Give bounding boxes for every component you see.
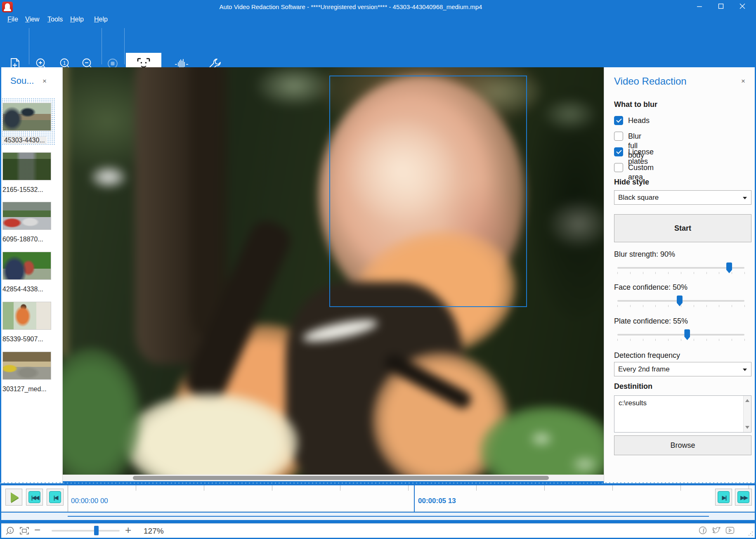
face-confidence-label: Face confidence: 50% (614, 283, 687, 292)
zoom-slider-thumb[interactable] (94, 526, 99, 535)
panel-title: Video Redaction (614, 76, 687, 87)
source-thumbnail[interactable] (2, 103, 51, 131)
clip-duration-line (68, 516, 709, 517)
zoom-percentage: 127% (144, 527, 164, 536)
panel-close-icon[interactable]: × (741, 77, 745, 85)
minimize-icon (697, 3, 702, 9)
timeline-ruler[interactable]: |◀◀ |◀ 00:00:00 00 00:00:05 13 ▶| ▶▶ (1, 485, 755, 512)
toolbar-separator (29, 28, 29, 64)
textbox-scrollbar[interactable] (743, 396, 751, 432)
source-label[interactable]: 2165-15532... (2, 186, 52, 194)
minimize-button[interactable] (692, 2, 706, 12)
timeline-start-time: 00:00:00 00 (71, 497, 108, 505)
zoom-in-control[interactable]: + (125, 524, 131, 537)
menu-tools[interactable]: Tools (47, 16, 63, 23)
destination-textbox[interactable]: c:\results (614, 395, 751, 433)
source-thumbnail[interactable] (2, 302, 51, 330)
license-plates-checkbox[interactable] (614, 147, 623, 156)
blur-strength-label: Blur strength: 90% (614, 250, 675, 259)
blur-full-body-checkbox[interactable] (614, 132, 623, 141)
maximize-button[interactable] (714, 2, 728, 12)
source-label[interactable]: 85339-5907... (2, 336, 52, 343)
detection-frequency-dropdown[interactable]: Every 2nd frame (614, 362, 751, 376)
prev-frame-icon: |◀ (49, 491, 61, 503)
skip-to-start-button[interactable]: |◀◀ (26, 489, 43, 506)
next-frame-icon: ▶| (718, 491, 730, 503)
menu-view[interactable]: View (25, 16, 39, 23)
browse-button[interactable]: Browse (614, 435, 751, 455)
title-bar: Auto Video Redaction Software - ****Unre… (0, 0, 756, 15)
app-window: Auto Video Redaction Software - ****Unre… (0, 0, 756, 539)
timeline-dotted-divider (0, 482, 756, 484)
source-thumbnail[interactable] (2, 252, 51, 280)
skip-start-icon: |◀◀ (28, 491, 40, 503)
maximize-icon (718, 3, 724, 9)
play-icon (11, 492, 19, 502)
close-icon (739, 3, 745, 9)
previous-frame-button[interactable]: |◀ (47, 489, 64, 506)
scrollbar-thumb[interactable] (133, 476, 549, 480)
toolbar-separator (102, 28, 102, 64)
svg-text:1: 1 (63, 60, 66, 66)
hide-style-value: Black square (618, 194, 659, 201)
zoom-actual-size-icon[interactable]: 1 (5, 526, 14, 535)
skip-end-icon: ▶▶ (737, 491, 749, 503)
fit-to-window-icon[interactable] (19, 526, 29, 535)
detection-frequency-value: Every 2nd frame (618, 365, 670, 373)
sources-close-icon[interactable]: × (43, 77, 47, 85)
skip-to-end-button[interactable]: ▶▶ (735, 489, 752, 506)
source-thumbnail[interactable] (2, 152, 51, 180)
play-button[interactable] (5, 489, 22, 506)
youtube-icon[interactable] (725, 526, 735, 534)
ruler-ticks (68, 485, 753, 491)
sources-panel: Sou... × 45303-4430... 2165-15532... 609… (1, 67, 63, 483)
start-button[interactable]: Start (614, 214, 751, 242)
svg-text:1: 1 (9, 529, 11, 533)
destination-heading: Destinition (614, 382, 652, 391)
zoom-slider[interactable] (52, 530, 120, 532)
plate-confidence-label: Plate confidence: 55% (614, 317, 688, 326)
hide-style-heading: Hide style (614, 178, 649, 187)
source-thumbnail[interactable] (2, 202, 51, 230)
resize-grip[interactable] (748, 531, 753, 536)
hide-style-dropdown[interactable]: Black square (614, 190, 751, 205)
source-label[interactable]: 45303-4430... (2, 137, 52, 144)
custom-area-checkbox[interactable] (614, 163, 623, 172)
facebook-icon[interactable] (699, 526, 707, 534)
destination-path[interactable]: c:\results (619, 399, 647, 407)
twitter-icon[interactable] (712, 526, 721, 534)
menu-help-2[interactable]: Help (94, 16, 108, 23)
timeline-current-time: 00:00:05 13 (418, 497, 456, 505)
toolbar-separator (124, 28, 125, 64)
chevron-down-icon (743, 369, 747, 371)
source-thumbnail[interactable] (2, 352, 51, 380)
scroll-down-icon[interactable] (745, 426, 749, 429)
menu-help[interactable]: Help (70, 16, 84, 23)
source-label[interactable]: 42854-4338... (2, 286, 52, 293)
sources-panel-title: Sou... (10, 76, 34, 86)
menu-file[interactable]: File (7, 16, 18, 23)
status-bar: 1 − + 127% (1, 523, 755, 538)
chevron-down-icon (743, 197, 747, 199)
scroll-up-icon[interactable] (745, 399, 749, 402)
video-redaction-panel: Video Redaction × What to blur Heads Blu… (604, 67, 755, 483)
checkbox-label: Heads (628, 116, 650, 125)
window-title: Auto Video Redaction Software - ****Unre… (0, 3, 702, 10)
ruler-separator (68, 485, 68, 512)
toolbar: Add File(s)... Zoom in 1 Zoom normal (0, 26, 756, 67)
zoom-out-control[interactable]: − (34, 524, 40, 537)
detection-frequency-label: Detection frequency (614, 351, 680, 360)
playhead[interactable] (414, 485, 415, 512)
video-horizontal-scrollbar[interactable] (63, 475, 604, 481)
close-button[interactable] (735, 2, 749, 12)
source-label[interactable]: 6095-18870... (2, 236, 52, 243)
source-label[interactable]: 303127_med... (2, 385, 52, 393)
heads-checkbox[interactable] (614, 116, 623, 125)
next-frame-button[interactable]: ▶| (715, 489, 732, 506)
timeline-track[interactable] (1, 513, 755, 520)
face-detection-box[interactable] (329, 76, 527, 307)
what-to-blur-heading: What to blur (614, 100, 657, 109)
video-preview[interactable] (63, 67, 604, 477)
